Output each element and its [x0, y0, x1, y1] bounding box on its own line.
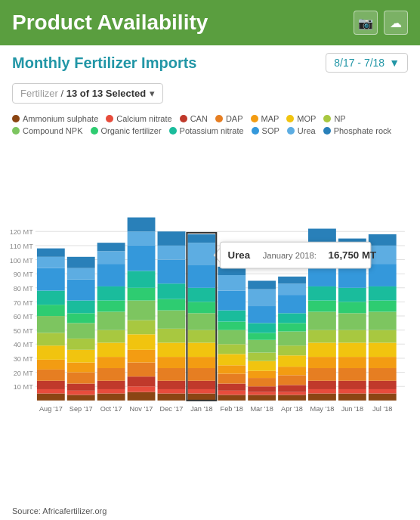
svg-rect-153: [308, 368, 336, 381]
fertilizer-filter[interactable]: Fertilizer / 13 of 13 Selected ▾: [12, 83, 163, 104]
legend-label: Potassium nitrate: [180, 126, 244, 135]
svg-rect-124: [248, 386, 276, 392]
svg-rect-47: [67, 301, 95, 314]
svg-rect-109: [218, 391, 246, 395]
svg-rect-49: [67, 268, 95, 280]
legend-dot: [12, 127, 20, 135]
header-icons: 📷 ☁: [354, 11, 408, 35]
svg-rect-98: [187, 357, 215, 368]
legend-item: SOP: [252, 126, 279, 135]
filter-value: 13 of 13 Selected: [66, 88, 147, 99]
svg-rect-77: [128, 231, 156, 246]
legend-item: Phosphate rock: [323, 126, 391, 135]
svg-text:Jul '18: Jul '18: [372, 405, 392, 413]
legend-dot: [252, 127, 259, 135]
svg-text:Nov '17: Nov '17: [130, 405, 153, 413]
svg-text:60 MT: 60 MT: [14, 313, 33, 320]
svg-rect-118: [218, 291, 246, 311]
svg-rect-178: [369, 394, 397, 401]
svg-rect-83: [158, 368, 186, 381]
svg-rect-144: [278, 323, 306, 331]
legend-item: Urea: [287, 126, 316, 135]
chart-area: 120 MT110 MT100 MT90 MT80 MT70 MT60 MT50…: [0, 140, 420, 502]
svg-rect-32: [37, 305, 65, 316]
svg-rect-186: [369, 301, 397, 312]
svg-rect-88: [158, 299, 186, 311]
svg-rect-28: [37, 360, 65, 370]
svg-rect-180: [369, 381, 397, 389]
legend-dot: [215, 115, 223, 122]
svg-rect-26: [37, 381, 65, 389]
svg-rect-86: [158, 329, 186, 343]
filter-label: Fertilizer: [20, 88, 58, 99]
svg-text:110 MT: 110 MT: [10, 243, 34, 250]
svg-rect-99: [187, 342, 215, 357]
svg-rect-152: [308, 381, 336, 389]
svg-rect-164: [338, 394, 366, 401]
svg-rect-123: [248, 392, 276, 395]
svg-rect-101: [187, 313, 215, 330]
svg-rect-139: [278, 375, 306, 385]
svg-rect-36: [37, 249, 65, 257]
svg-rect-74: [128, 288, 156, 301]
legend-dot: [323, 127, 331, 135]
legend-label: Phosphate rock: [334, 126, 391, 135]
svg-text:Urea: Urea: [228, 249, 251, 261]
svg-rect-183: [369, 342, 397, 357]
svg-text:Jun '18: Jun '18: [341, 405, 363, 413]
svg-rect-158: [308, 301, 336, 312]
svg-text:Oct '17: Oct '17: [100, 405, 122, 413]
svg-rect-52: [97, 394, 125, 401]
legend-item: Calcium nitrate: [106, 114, 171, 123]
svg-rect-72: [128, 320, 156, 335]
legend-item: DAP: [215, 114, 243, 123]
svg-text:20 MT: 20 MT: [14, 370, 33, 377]
legend-label: Ammonium sulphate: [23, 114, 98, 123]
legend-label: DAP: [226, 114, 243, 123]
svg-text:120 MT: 120 MT: [10, 228, 34, 236]
svg-rect-41: [67, 373, 95, 384]
svg-rect-66: [128, 392, 156, 401]
svg-rect-73: [128, 301, 156, 320]
svg-rect-100: [187, 330, 215, 343]
svg-rect-31: [37, 316, 65, 333]
svg-rect-59: [97, 311, 125, 330]
camera-button[interactable]: 📷: [354, 11, 378, 35]
svg-rect-25: [37, 389, 65, 394]
legend-label: MAP: [261, 114, 279, 123]
svg-rect-84: [158, 357, 186, 368]
svg-rect-104: [187, 265, 215, 288]
upload-button[interactable]: ☁: [384, 11, 408, 35]
svg-rect-127: [248, 361, 276, 371]
svg-rect-156: [308, 330, 336, 343]
svg-rect-181: [369, 368, 397, 381]
svg-rect-126: [248, 371, 276, 378]
svg-text:Jan '18: Jan '18: [190, 405, 212, 413]
legend-item: CAN: [180, 114, 208, 123]
svg-rect-125: [248, 378, 276, 386]
svg-rect-61: [97, 286, 125, 301]
svg-text:100 MT: 100 MT: [10, 257, 34, 265]
svg-rect-39: [67, 391, 95, 395]
svg-rect-90: [158, 260, 186, 284]
legend-item: MOP: [286, 114, 316, 123]
svg-rect-146: [278, 295, 306, 313]
chart-title: Monthly Fertilizer Imports: [12, 54, 196, 72]
svg-text:50 MT: 50 MT: [14, 327, 33, 335]
svg-text:16,750 MT: 16,750 MT: [329, 249, 377, 261]
svg-rect-111: [218, 373, 246, 383]
svg-rect-157: [308, 311, 336, 330]
svg-rect-76: [128, 246, 156, 271]
svg-rect-106: [187, 234, 215, 243]
svg-rect-167: [338, 368, 366, 381]
date-range-selector[interactable]: 8/17 - 7/18 ▼: [326, 53, 408, 73]
svg-rect-116: [218, 322, 246, 330]
svg-rect-117: [218, 311, 246, 322]
legend-label: SOP: [262, 126, 279, 135]
svg-rect-173: [338, 288, 366, 302]
svg-rect-112: [218, 365, 246, 373]
svg-rect-48: [67, 280, 95, 301]
svg-rect-54: [97, 381, 125, 389]
svg-rect-38: [67, 395, 95, 400]
svg-text:January 2018:: January 2018:: [263, 251, 317, 260]
